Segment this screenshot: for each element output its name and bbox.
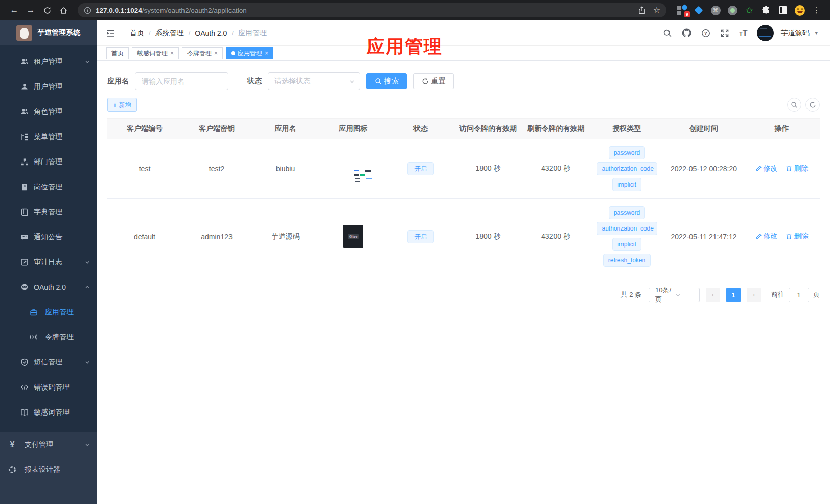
refresh-table-button[interactable] [805,98,820,112]
breadcrumb-home[interactable]: 首页 [130,29,144,38]
yen-icon: ¥ [8,441,16,449]
close-icon[interactable]: × [214,50,218,56]
cell-secret: admin123 [182,199,251,274]
grant-tag: implicit [612,178,641,191]
address-bar[interactable]: 127.0.0.1:1024/system/oauth2/oauth2/appl… [78,3,666,17]
username[interactable]: 芋道源码 [780,29,809,38]
github-icon[interactable] [682,28,691,38]
edit-pencil-icon [755,233,762,240]
sidebar-item-sms[interactable]: 短信管理 [0,350,97,375]
cell-grant-types: password authorization_code implicit [590,139,664,199]
browser-forward-button[interactable]: → [24,3,38,17]
user-avatar[interactable] [757,25,774,41]
token-signal-icon [30,333,38,341]
prev-page-button[interactable]: ‹ [706,288,720,302]
font-size-icon[interactable]: TT [739,29,748,38]
tab-application[interactable]: 应用管理 × [226,47,273,59]
status-select[interactable]: 请选择状态 [268,72,360,90]
reset-button[interactable]: 重置 [413,73,454,89]
breadcrumb-oauth[interactable]: OAuth 2.0 [195,29,227,37]
sidebar-item-notice[interactable]: 通知公告 [0,224,97,249]
users-icon [20,58,29,66]
app-name-input[interactable] [135,72,228,90]
breadcrumb: 首页 / 系统管理 / OAuth 2.0 / 应用管理 [130,29,267,38]
edit-link[interactable]: 修改 [755,164,778,173]
sidebar-item-error-code[interactable]: 错误码管理 [0,375,97,400]
next-page-button[interactable]: › [747,288,761,302]
col-actions: 操作 [744,119,820,139]
sidebar-item-dept[interactable]: 部门管理 [0,149,97,174]
search-icon[interactable] [663,29,672,38]
star-extension-icon[interactable]: ✩ [744,5,754,15]
split-screen-extension-icon[interactable] [778,5,788,15]
page-size-select[interactable]: 10条/页 [649,288,700,302]
grant-tag: refresh_token [603,254,651,267]
app-title: 芋道管理系统 [37,28,80,37]
close-icon[interactable]: × [170,50,174,56]
user-menu-caret-icon[interactable]: ▾ [815,30,818,36]
goto-page-input[interactable] [789,288,809,302]
browser-chrome: ← → 127.0.0.1:1024/system/oauth2/oauth2/… [0,0,830,20]
active-tab-dot [231,51,235,55]
refresh-icon [809,101,816,108]
help-icon[interactable]: ? [701,29,710,38]
cell-status: 开启 [387,139,454,199]
browser-home-button[interactable] [56,3,71,17]
tab-home[interactable]: 首页 [106,47,129,59]
sidebar-item-user[interactable]: 用户管理 [0,74,97,99]
search-icon [791,101,798,108]
cell-client-id: default [107,199,182,274]
sidebar-item-role[interactable]: 角色管理 [0,99,97,124]
command-extension-icon[interactable]: ⌘ [710,5,721,15]
announcement-icon [20,233,29,241]
trash-icon [786,233,792,240]
browser-reload-button[interactable] [40,3,54,17]
search-button[interactable]: 搜索 [366,73,407,89]
page-number-1[interactable]: 1 [726,288,741,302]
recorder-extension-icon[interactable] [727,5,737,15]
col-app-name: 应用名 [251,119,319,139]
browser-menu-icon[interactable]: ⋮ [812,5,822,15]
sidebar-item-menu[interactable]: 菜单管理 [0,124,97,149]
tab-token[interactable]: 令牌管理 × [182,47,223,59]
delete-link[interactable]: 删除 [786,232,808,241]
delete-link[interactable]: 删除 [786,164,808,173]
site-info-icon[interactable] [84,7,91,14]
sidebar-item-sensitive-words[interactable]: 敏感词管理 [0,400,97,425]
chevron-down-icon [85,59,90,64]
profile-avatar[interactable] [795,5,805,15]
toggle-search-button[interactable] [787,98,801,112]
grant-tag: password [609,146,645,159]
sidebar-item-dict[interactable]: 字典管理 [0,199,97,224]
sidebar-item-oauth[interactable]: OAuth 2.0 [0,274,97,300]
close-icon[interactable]: × [265,50,268,56]
sidebar-item-tenant[interactable]: 租户管理 [0,49,97,74]
bookmark-star-icon[interactable]: ☆ [653,6,660,14]
tab-sensitive-words[interactable]: 敏感词管理 × [132,47,179,59]
breadcrumb-system[interactable]: 系统管理 [155,29,184,38]
puzzle-extensions-icon[interactable] [761,5,771,15]
cell-actions: 修改 删除 [744,199,820,274]
edit-link[interactable]: 修改 [755,232,778,241]
extension-grid-icon[interactable]: 9 [677,5,687,15]
fullscreen-icon[interactable] [720,29,729,38]
user-icon [20,83,29,91]
gem-extension-icon[interactable] [694,5,704,15]
app-logo[interactable]: 芋道管理系统 [0,20,97,45]
collapse-sidebar-icon[interactable] [105,28,117,39]
add-button[interactable]: + 新增 [107,98,137,112]
sidebar-item-token[interactable]: 令牌管理 [0,325,97,350]
sidebar-item-application[interactable]: 应用管理 [0,300,97,325]
chevron-up-icon [85,285,90,290]
table-header-row: 客户端编号 客户端密钥 应用名 应用图标 状态 访问令牌的有效期 刷新令牌的有效… [107,119,820,139]
browser-back-button[interactable]: ← [7,3,21,17]
sidebar-item-audit-log[interactable]: 审计日志 [0,249,97,274]
sidebar-item-payment[interactable]: ¥ 支付管理 [0,432,97,457]
cell-access-ttl: 1800 秒 [454,199,522,274]
plus-icon: + [113,101,117,109]
sidebar-item-report-designer[interactable]: 报表设计器 [0,457,97,482]
dictionary-icon [20,208,29,216]
share-icon[interactable] [638,6,646,14]
sidebar-item-post[interactable]: 岗位管理 [0,174,97,199]
cell-app-icon [319,139,387,199]
